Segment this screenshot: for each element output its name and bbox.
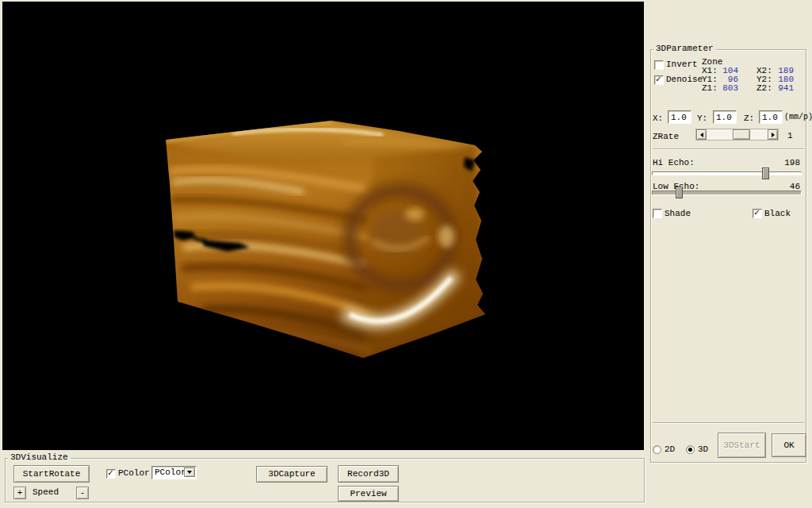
pcolor-dropdown-value: PColor [155, 468, 186, 478]
zone-z1-value: 803 [708, 83, 738, 94]
ok-button[interactable]: OK [772, 433, 806, 457]
separator-line [653, 148, 804, 150]
scale-z-input[interactable] [759, 110, 783, 124]
invert-label: Invert [666, 60, 698, 70]
zone-z2-value: 941 [764, 83, 794, 94]
pcolor-dropdown[interactable]: PColor [151, 466, 197, 479]
arrow-right-icon [772, 133, 775, 137]
preview-button[interactable]: Preview [338, 486, 399, 502]
hi-echo-value: 198 [746, 158, 800, 168]
low-echo-slider-thumb[interactable] [676, 187, 683, 198]
separator-line [653, 422, 804, 424]
low-echo-slider-track[interactable] [652, 190, 802, 195]
zrate-scroll-right-button[interactable] [768, 129, 778, 140]
app-window: { "colors": { "panel_bg": "#ebe8d8", "vi… [0, 0, 812, 508]
hi-echo-label: Hi Echo: [653, 158, 695, 168]
zrate-scroll-left-button[interactable] [696, 129, 707, 140]
speed-plus-button[interactable]: + [13, 487, 26, 499]
scale-y-label: Y: [697, 114, 707, 124]
mode-3d-label: 3D [698, 444, 708, 455]
zrate-value: 1 [787, 131, 793, 141]
black-label: Black [764, 209, 791, 219]
pcolor-checkbox-label: PColor [118, 468, 150, 479]
scale-x-input[interactable] [668, 110, 691, 124]
record-3d-button[interactable]: Record3D [338, 465, 399, 483]
scale-x-label: X: [653, 114, 663, 124]
pcolor-checkbox[interactable] [106, 469, 116, 479]
start-rotate-button[interactable]: StartRotate [13, 465, 90, 483]
render-viewport[interactable] [2, 2, 644, 450]
mode-2d-radio[interactable] [653, 445, 661, 454]
mode-2d-label: 2D [665, 444, 675, 455]
hi-echo-slider-thumb[interactable] [762, 167, 769, 179]
hi-echo-slider-track[interactable] [652, 171, 802, 175]
zrate-scroll-thumb[interactable] [733, 129, 750, 140]
parameter-group-title: 3DParameter [653, 44, 716, 54]
start-3d-button[interactable]: 3DStart [718, 433, 766, 458]
visualize-group-title: 3DVisualize [8, 452, 71, 463]
capture-3d-button[interactable]: 3DCapture [256, 466, 327, 483]
scale-unit-label: (mm/p) [784, 112, 812, 122]
zrate-label: ZRate [653, 132, 679, 142]
scale-y-input[interactable] [713, 110, 737, 124]
speed-minus-button[interactable]: - [76, 487, 89, 499]
zrate-scrollbar[interactable] [695, 129, 779, 140]
arrow-left-icon [700, 133, 703, 137]
mode-3d-radio[interactable] [686, 445, 695, 454]
scale-z-label: Z: [744, 114, 754, 124]
chevron-down-icon [187, 471, 192, 474]
volume-render-3d [2, 2, 644, 450]
visualize-groupbox: 3DVisualize StartRotate PColor PColor + … [5, 458, 645, 502]
black-checkbox[interactable] [753, 209, 762, 218]
shade-checkbox[interactable] [653, 209, 662, 218]
denoise-label: Denoise [666, 75, 703, 85]
speed-label: Speed [33, 487, 59, 498]
invert-checkbox[interactable] [654, 60, 664, 70]
pcolor-dropdown-button[interactable] [184, 468, 195, 477]
denoise-checkbox[interactable] [654, 75, 664, 85]
shade-label: Shade [665, 209, 691, 219]
parameter-groupbox: 3DParameter Invert Denoise Zone X1: 104 … [650, 49, 806, 463]
